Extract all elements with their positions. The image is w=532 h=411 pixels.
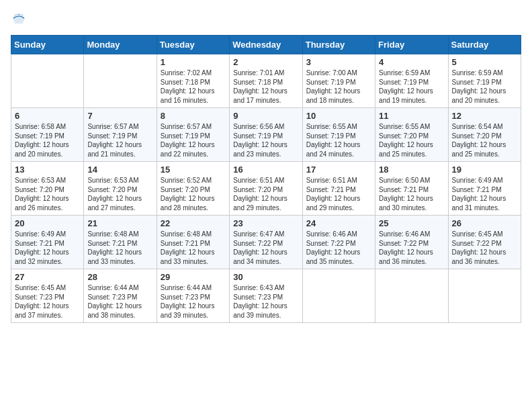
calendar-cell: 30Sunrise: 6:43 AMSunset: 7:23 PMDayligh…	[230, 269, 302, 323]
calendar-cell: 11Sunrise: 6:55 AMSunset: 7:20 PMDayligh…	[375, 108, 448, 162]
day-info: Sunrise: 6:50 AMSunset: 7:21 PMDaylight:…	[379, 176, 444, 212]
day-number: 16	[233, 165, 298, 175]
page-header	[11, 11, 521, 27]
calendar-cell: 18Sunrise: 6:50 AMSunset: 7:21 PMDayligh…	[375, 162, 448, 216]
day-number: 18	[379, 165, 444, 175]
day-number: 15	[161, 165, 226, 175]
day-info: Sunrise: 6:57 AMSunset: 7:19 PMDaylight:…	[161, 122, 226, 158]
calendar-cell: 10Sunrise: 6:55 AMSunset: 7:19 PMDayligh…	[302, 108, 375, 162]
calendar-cell: 17Sunrise: 6:51 AMSunset: 7:21 PMDayligh…	[302, 162, 375, 216]
calendar-cell: 12Sunrise: 6:54 AMSunset: 7:20 PMDayligh…	[448, 108, 521, 162]
day-info: Sunrise: 6:59 AMSunset: 7:19 PMDaylight:…	[379, 68, 444, 105]
day-number: 12	[452, 111, 517, 121]
logo	[11, 11, 30, 27]
day-info: Sunrise: 6:44 AMSunset: 7:23 PMDaylight:…	[161, 283, 226, 320]
day-info: Sunrise: 6:49 AMSunset: 7:21 PMDaylight:…	[15, 230, 80, 266]
day-number: 24	[306, 218, 371, 228]
day-number: 28	[87, 272, 152, 282]
week-row-4: 20Sunrise: 6:49 AMSunset: 7:21 PMDayligh…	[11, 216, 521, 269]
day-info: Sunrise: 6:49 AMSunset: 7:21 PMDaylight:…	[452, 176, 517, 212]
calendar-cell: 15Sunrise: 6:52 AMSunset: 7:20 PMDayligh…	[157, 162, 229, 216]
day-number: 25	[379, 218, 444, 228]
day-number: 13	[15, 165, 80, 175]
calendar-cell: 23Sunrise: 6:47 AMSunset: 7:22 PMDayligh…	[230, 216, 302, 269]
day-number: 8	[161, 111, 226, 121]
weekday-header-saturday: Saturday	[448, 36, 521, 54]
weekday-header-sunday: Sunday	[11, 36, 84, 54]
day-info: Sunrise: 6:44 AMSunset: 7:23 PMDaylight:…	[87, 283, 152, 320]
calendar-cell: 22Sunrise: 6:48 AMSunset: 7:21 PMDayligh…	[157, 216, 229, 269]
day-info: Sunrise: 6:51 AMSunset: 7:20 PMDaylight:…	[233, 176, 298, 212]
svg-marker-0	[13, 14, 25, 24]
day-number: 11	[379, 111, 444, 121]
calendar-cell: 26Sunrise: 6:45 AMSunset: 7:22 PMDayligh…	[448, 216, 521, 269]
day-info: Sunrise: 6:53 AMSunset: 7:20 PMDaylight:…	[15, 176, 80, 212]
day-number: 10	[306, 111, 371, 121]
day-info: Sunrise: 6:56 AMSunset: 7:19 PMDaylight:…	[233, 122, 298, 158]
day-number: 17	[306, 165, 371, 175]
calendar-cell: 6Sunrise: 6:58 AMSunset: 7:19 PMDaylight…	[11, 108, 84, 162]
weekday-header-thursday: Thursday	[302, 36, 375, 54]
day-number: 1	[161, 57, 226, 67]
weekday-header-friday: Friday	[375, 36, 448, 54]
calendar-table: SundayMondayTuesdayWednesdayThursdayFrid…	[11, 35, 521, 323]
day-info: Sunrise: 6:45 AMSunset: 7:23 PMDaylight:…	[15, 283, 80, 320]
day-number: 7	[87, 111, 152, 121]
day-info: Sunrise: 6:55 AMSunset: 7:19 PMDaylight:…	[306, 122, 371, 158]
logo-icon	[11, 11, 27, 27]
day-info: Sunrise: 6:57 AMSunset: 7:19 PMDaylight:…	[87, 122, 152, 158]
day-number: 22	[161, 218, 226, 228]
day-info: Sunrise: 7:01 AMSunset: 7:18 PMDaylight:…	[233, 68, 298, 105]
day-info: Sunrise: 7:02 AMSunset: 7:18 PMDaylight:…	[161, 68, 226, 105]
day-number: 30	[233, 272, 298, 282]
day-info: Sunrise: 7:00 AMSunset: 7:19 PMDaylight:…	[306, 68, 371, 105]
calendar-cell: 2Sunrise: 7:01 AMSunset: 7:18 PMDaylight…	[230, 54, 302, 108]
day-info: Sunrise: 6:46 AMSunset: 7:22 PMDaylight:…	[306, 230, 371, 266]
calendar-cell	[302, 269, 375, 323]
day-info: Sunrise: 6:47 AMSunset: 7:22 PMDaylight:…	[233, 230, 298, 266]
weekday-header-monday: Monday	[84, 36, 157, 54]
calendar-cell	[375, 269, 448, 323]
week-row-1: 1Sunrise: 7:02 AMSunset: 7:18 PMDaylight…	[11, 54, 521, 108]
calendar-cell: 14Sunrise: 6:53 AMSunset: 7:20 PMDayligh…	[84, 162, 157, 216]
calendar-cell: 27Sunrise: 6:45 AMSunset: 7:23 PMDayligh…	[11, 269, 84, 323]
day-info: Sunrise: 6:43 AMSunset: 7:23 PMDaylight:…	[233, 283, 298, 320]
day-number: 9	[233, 111, 298, 121]
day-number: 4	[379, 57, 444, 67]
calendar-cell: 9Sunrise: 6:56 AMSunset: 7:19 PMDaylight…	[230, 108, 302, 162]
calendar-cell	[448, 269, 521, 323]
calendar-cell: 24Sunrise: 6:46 AMSunset: 7:22 PMDayligh…	[302, 216, 375, 269]
day-info: Sunrise: 6:48 AMSunset: 7:21 PMDaylight:…	[87, 230, 152, 266]
day-number: 21	[87, 218, 152, 228]
weekday-header-tuesday: Tuesday	[157, 36, 229, 54]
day-number: 29	[161, 272, 226, 282]
calendar-cell: 7Sunrise: 6:57 AMSunset: 7:19 PMDaylight…	[84, 108, 157, 162]
week-row-3: 13Sunrise: 6:53 AMSunset: 7:20 PMDayligh…	[11, 162, 521, 216]
day-info: Sunrise: 6:51 AMSunset: 7:21 PMDaylight:…	[306, 176, 371, 212]
week-row-5: 27Sunrise: 6:45 AMSunset: 7:23 PMDayligh…	[11, 269, 521, 323]
day-number: 3	[306, 57, 371, 67]
day-info: Sunrise: 6:59 AMSunset: 7:19 PMDaylight:…	[452, 68, 517, 105]
day-info: Sunrise: 6:54 AMSunset: 7:20 PMDaylight:…	[452, 122, 517, 158]
calendar-cell: 16Sunrise: 6:51 AMSunset: 7:20 PMDayligh…	[230, 162, 302, 216]
day-info: Sunrise: 6:53 AMSunset: 7:20 PMDaylight:…	[87, 176, 152, 212]
calendar-cell: 25Sunrise: 6:46 AMSunset: 7:22 PMDayligh…	[375, 216, 448, 269]
day-number: 5	[452, 57, 517, 67]
day-number: 20	[15, 218, 80, 228]
calendar-cell: 28Sunrise: 6:44 AMSunset: 7:23 PMDayligh…	[84, 269, 157, 323]
day-number: 14	[87, 165, 152, 175]
calendar-cell: 3Sunrise: 7:00 AMSunset: 7:19 PMDaylight…	[302, 54, 375, 108]
calendar-cell: 1Sunrise: 7:02 AMSunset: 7:18 PMDaylight…	[157, 54, 229, 108]
day-number: 27	[15, 272, 80, 282]
calendar-cell: 4Sunrise: 6:59 AMSunset: 7:19 PMDaylight…	[375, 54, 448, 108]
day-info: Sunrise: 6:55 AMSunset: 7:20 PMDaylight:…	[379, 122, 444, 158]
weekday-header-wednesday: Wednesday	[230, 36, 302, 54]
day-number: 23	[233, 218, 298, 228]
calendar-cell: 20Sunrise: 6:49 AMSunset: 7:21 PMDayligh…	[11, 216, 84, 269]
day-info: Sunrise: 6:52 AMSunset: 7:20 PMDaylight:…	[161, 176, 226, 212]
day-info: Sunrise: 6:46 AMSunset: 7:22 PMDaylight:…	[379, 230, 444, 266]
calendar-cell	[84, 54, 157, 108]
calendar-cell	[11, 54, 84, 108]
week-row-2: 6Sunrise: 6:58 AMSunset: 7:19 PMDaylight…	[11, 108, 521, 162]
calendar-cell: 13Sunrise: 6:53 AMSunset: 7:20 PMDayligh…	[11, 162, 84, 216]
